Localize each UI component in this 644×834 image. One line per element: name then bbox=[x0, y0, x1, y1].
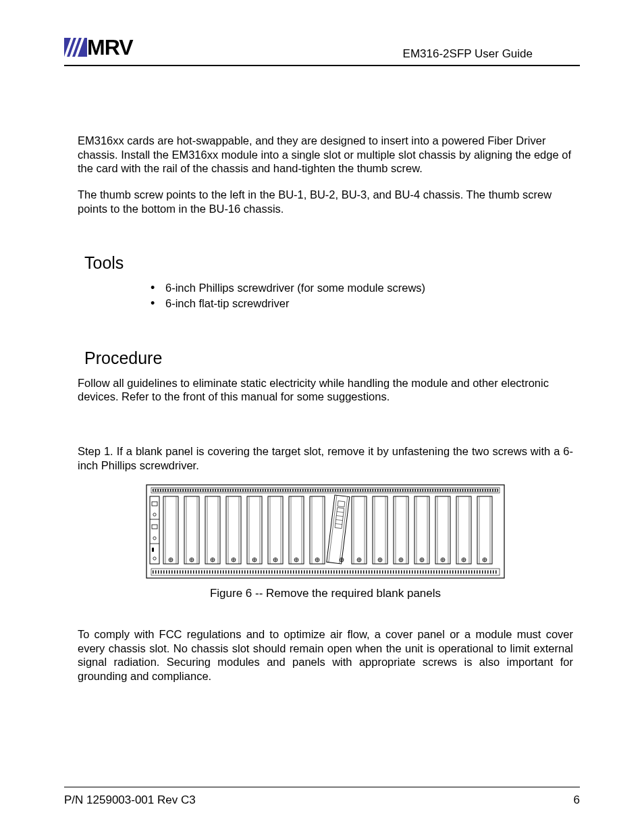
brand-logo: MRV bbox=[64, 34, 133, 61]
svg-rect-30 bbox=[414, 496, 429, 564]
list-item: 6-inch Phillips screwdriver (for some mo… bbox=[165, 280, 573, 296]
tools-list: 6-inch Phillips screwdriver (for some mo… bbox=[78, 280, 573, 311]
svg-rect-10 bbox=[150, 496, 159, 564]
footer-page-number: 6 bbox=[574, 793, 580, 807]
svg-rect-21 bbox=[205, 496, 220, 564]
svg-rect-33 bbox=[477, 496, 492, 564]
procedure-step-1: Step 1. If a blank panel is covering the… bbox=[78, 444, 573, 472]
svg-rect-27 bbox=[352, 496, 367, 564]
svg-rect-23 bbox=[247, 496, 262, 564]
mrv-logo-icon bbox=[64, 38, 87, 57]
svg-rect-20 bbox=[184, 496, 199, 564]
chassis-diagram-icon bbox=[146, 484, 505, 579]
svg-point-15 bbox=[153, 537, 156, 540]
svg-rect-24 bbox=[268, 496, 283, 564]
svg-rect-64 bbox=[327, 495, 350, 564]
svg-rect-25 bbox=[289, 496, 304, 564]
procedure-heading: Procedure bbox=[78, 348, 573, 369]
tools-heading: Tools bbox=[78, 253, 573, 273]
intro-paragraph-1: EM316xx cards are hot-swappable, and the… bbox=[78, 134, 573, 176]
svg-rect-11 bbox=[152, 502, 157, 506]
compliance-paragraph: To comply with FCC regulations and to op… bbox=[78, 627, 573, 683]
svg-rect-22 bbox=[226, 496, 241, 564]
procedure-intro: Follow all guidelines to eliminate stati… bbox=[78, 376, 573, 404]
svg-rect-29 bbox=[394, 496, 408, 564]
brand-text: MRV bbox=[87, 34, 133, 61]
page-footer: P/N 1259003-001 Rev C3 6 bbox=[64, 787, 580, 807]
intro-paragraph-2: The thumb screw points to the left in th… bbox=[78, 188, 573, 215]
figure-6 bbox=[78, 484, 573, 582]
svg-rect-32 bbox=[456, 496, 471, 564]
svg-rect-28 bbox=[373, 496, 387, 564]
svg-point-18 bbox=[153, 557, 156, 560]
svg-rect-19 bbox=[163, 496, 178, 564]
svg-rect-31 bbox=[435, 496, 450, 564]
list-item: 6-inch flat-tip screwdriver bbox=[165, 296, 573, 311]
svg-point-12 bbox=[153, 513, 156, 516]
footer-part-number: P/N 1259003-001 Rev C3 bbox=[64, 793, 196, 807]
svg-rect-14 bbox=[152, 525, 157, 529]
svg-rect-17 bbox=[152, 548, 154, 552]
document-title: EM316-2SFP User Guide bbox=[403, 47, 580, 61]
svg-rect-26 bbox=[310, 496, 325, 564]
figure-6-caption: Figure 6 -- Remove the required blank pa… bbox=[78, 586, 573, 600]
page-header: MRV EM316-2SFP User Guide bbox=[64, 34, 580, 66]
